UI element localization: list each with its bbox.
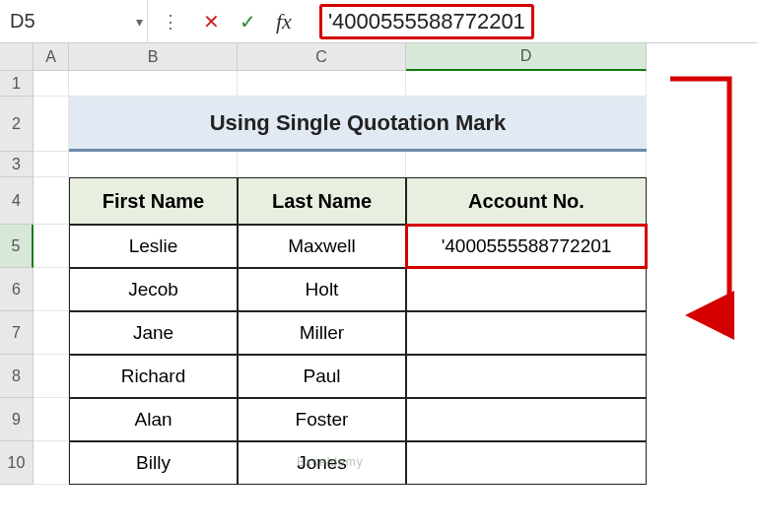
table-cell-first-6[interactable]: Jecob <box>69 268 238 311</box>
row-header-10[interactable]: 10 <box>0 441 34 485</box>
cell-A8[interactable] <box>34 355 69 398</box>
col-header-A[interactable]: A <box>34 43 69 71</box>
name-box-wrap: ▾ <box>0 0 148 42</box>
cell-A4[interactable] <box>34 177 69 225</box>
row-header-6[interactable]: 6 <box>0 268 34 311</box>
row-header-8[interactable]: 8 <box>0 355 34 398</box>
table-cell-acct-8[interactable] <box>406 355 647 398</box>
row-header-2[interactable]: 2 <box>0 97 34 152</box>
table-cell-acct-6[interactable] <box>406 268 647 311</box>
table-cell-first-9[interactable]: Alan <box>69 398 238 441</box>
col-header-D[interactable]: D <box>406 43 647 71</box>
cell-A6[interactable] <box>34 268 69 311</box>
table-cell-acct-9[interactable] <box>406 398 647 441</box>
cell-B3[interactable] <box>69 152 238 177</box>
formula-input[interactable]: '4000555588772201 <box>319 4 534 39</box>
watermark: Exceldemy <box>297 455 364 469</box>
table-header-acct[interactable]: Account No. <box>406 177 647 225</box>
table-cell-first-7[interactable]: Jane <box>69 311 238 355</box>
row-header-1[interactable]: 1 <box>0 71 34 97</box>
cell-C1[interactable] <box>238 71 406 97</box>
cancel-icon[interactable]: ✕ <box>193 10 230 33</box>
row-header-4[interactable]: 4 <box>0 177 34 225</box>
table-header-last[interactable]: Last Name <box>238 177 406 225</box>
table-cell-first-5[interactable]: Leslie <box>69 225 238 268</box>
cell-A3[interactable] <box>34 152 69 177</box>
cell-A10[interactable] <box>34 441 69 485</box>
fx-icon[interactable]: fx <box>266 9 302 34</box>
table-cell-last-6[interactable]: Holt <box>238 268 406 311</box>
cell-D3[interactable] <box>406 152 647 177</box>
formula-bar: ▾ ⋮ ✕ ✓ fx '4000555588772201 <box>0 0 757 43</box>
table-cell-acct-7[interactable] <box>406 311 647 355</box>
col-header-B[interactable]: B <box>69 43 238 71</box>
row-header-5[interactable]: 5 <box>0 225 34 268</box>
table-cell-acct-10[interactable] <box>406 441 647 485</box>
column-headers: ABCD <box>34 43 647 71</box>
chevron-down-icon[interactable]: ▾ <box>136 14 143 30</box>
cell-B1[interactable] <box>69 71 238 97</box>
table-cell-last-5[interactable]: Maxwell <box>238 225 406 268</box>
cell-C3[interactable] <box>238 152 406 177</box>
cell-A5[interactable] <box>34 225 69 268</box>
cell-A9[interactable] <box>34 398 69 441</box>
cell-A2[interactable] <box>34 97 69 152</box>
cell-A1[interactable] <box>34 71 69 97</box>
table-header-first[interactable]: First Name <box>69 177 238 225</box>
table-cell-acct-5[interactable]: '4000555588772201 <box>406 225 647 268</box>
table-cell-first-10[interactable]: Billy <box>69 441 238 485</box>
cell-D1[interactable] <box>406 71 647 97</box>
row-header-7[interactable]: 7 <box>0 311 34 355</box>
row-header-9[interactable]: 9 <box>0 398 34 441</box>
enter-icon[interactable]: ✓ <box>230 10 266 33</box>
cell-A7[interactable] <box>34 311 69 355</box>
title-cell[interactable]: Using Single Quotation Mark <box>69 97 647 152</box>
table-cell-first-8[interactable]: Richard <box>69 355 238 398</box>
table-cell-last-8[interactable]: Paul <box>238 355 406 398</box>
formula-input-wrap: '4000555588772201 <box>302 0 757 42</box>
name-box[interactable] <box>10 10 118 33</box>
table-cell-last-9[interactable]: Foster <box>238 398 406 441</box>
more-icon[interactable]: ⋮ <box>162 11 179 33</box>
select-all-corner[interactable] <box>0 43 34 71</box>
table-cell-last-7[interactable]: Miller <box>238 311 406 355</box>
row-headers: 12345678910 <box>0 71 34 485</box>
row-header-3[interactable]: 3 <box>0 152 34 177</box>
col-header-C[interactable]: C <box>238 43 406 71</box>
